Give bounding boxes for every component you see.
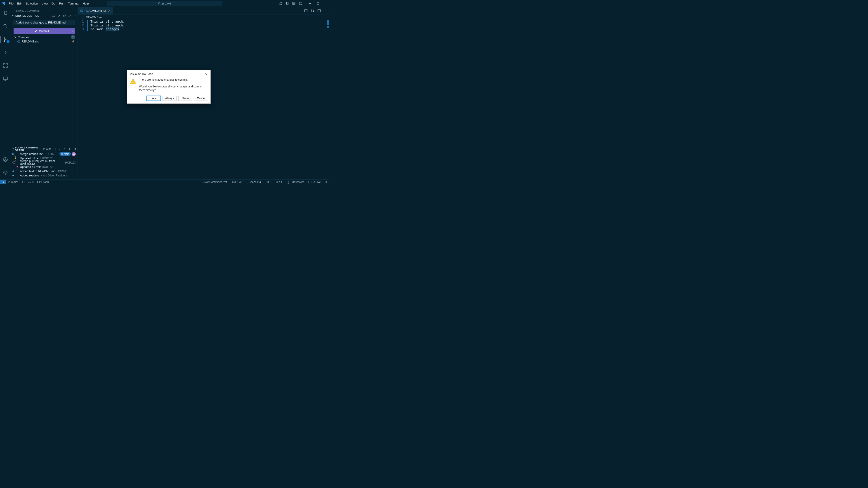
graph-pull-icon[interactable]: [58, 148, 61, 151]
graph-push-icon[interactable]: [63, 148, 66, 151]
activity-search[interactable]: [0, 22, 11, 31]
status-blame[interactable]: Not Committed Yet: [199, 181, 229, 184]
commit-dropdown[interactable]: [70, 28, 75, 34]
graph-refresh-icon[interactable]: [73, 148, 76, 151]
sidebar-title-label: SOURCE CONTROL: [16, 9, 39, 12]
svg-rect-6: [286, 2, 287, 4]
commit-msg: Merge pull request #2 from HOR163/b1...: [20, 159, 64, 166]
diff-swap-icon[interactable]: [311, 9, 314, 12]
layout-grid-icon[interactable]: [279, 2, 282, 5]
status-notifications[interactable]: [322, 181, 329, 184]
scm-graph-section: SOURCE CONTROL GRAPH Auto: [11, 147, 78, 180]
branch-icon: [43, 148, 46, 150]
activity-extensions[interactable]: [0, 61, 11, 70]
command-center[interactable]: projekt: [107, 1, 222, 6]
dialog-cancel-button[interactable]: Cancel: [194, 96, 208, 101]
changed-file-row[interactable]: README.md M: [11, 39, 78, 43]
open-changes-icon[interactable]: [304, 9, 308, 12]
tab-readme[interactable]: README.md M: [78, 7, 113, 14]
close-window-icon[interactable]: [325, 2, 327, 5]
scm-check-icon[interactable]: [57, 14, 61, 18]
code-lines: This is b1 branch. This is b2 branch. Do…: [90, 20, 329, 31]
remote-pill[interactable]: [72, 152, 76, 156]
svg-point-0: [158, 2, 160, 4]
toggle-panel-icon[interactable]: [292, 2, 296, 5]
commit-author: HOR163: [44, 153, 55, 156]
graph-target-icon[interactable]: [53, 148, 56, 151]
graph-row[interactable]: Merge pull request #2 from HOR163/b1... …: [11, 160, 78, 165]
graph-auto-badge[interactable]: Auto: [43, 148, 51, 150]
graph-row[interactable]: Added readme Hans Oliver Raudvere: [11, 173, 78, 177]
activity-explorer[interactable]: [0, 8, 11, 18]
commit-message-input[interactable]: [13, 20, 75, 25]
tab-close-icon[interactable]: [108, 9, 111, 12]
breadcrumb[interactable]: README.md: [78, 15, 329, 20]
scm-refresh-icon[interactable]: [63, 14, 66, 18]
branch-pill-main[interactable]: main: [59, 152, 71, 156]
svg-rect-19: [3, 66, 5, 68]
toggle-secondary-sidebar-icon[interactable]: [299, 2, 302, 5]
graph-row[interactable]: Merge branch 'b2' HOR163 main: [11, 152, 78, 156]
graph-auto-label: Auto: [46, 148, 51, 150]
chevron-down-icon: [12, 14, 14, 17]
menu-help[interactable]: Help: [81, 1, 90, 6]
chevron-down-icon: [12, 148, 14, 150]
toggle-primary-sidebar-icon[interactable]: [285, 2, 289, 5]
dialog-never-button[interactable]: Never: [178, 96, 192, 101]
graph-row[interactable]: Added text to README.md HOR163: [11, 169, 78, 173]
status-remote[interactable]: [0, 180, 6, 184]
code-line: This is b1 branch.: [90, 20, 329, 24]
scm-graph-header[interactable]: SOURCE CONTROL GRAPH Auto: [11, 147, 78, 151]
activity-settings[interactable]: [0, 168, 11, 177]
activity-accounts[interactable]: [0, 155, 11, 164]
svg-rect-12: [301, 2, 302, 4]
scm-section-header[interactable]: SOURCE CONTROL ⋯: [11, 13, 78, 18]
graph-lane: [11, 173, 20, 177]
menu-run[interactable]: Run: [57, 1, 66, 6]
dialog-close-icon[interactable]: ✕: [205, 72, 208, 76]
warning-icon: [28, 181, 31, 184]
status-golive[interactable]: Go Live: [306, 181, 322, 184]
menu-selection[interactable]: Selection: [24, 1, 39, 6]
modal-dialog: Visual Studio Code ✕ There are no staged…: [127, 70, 211, 104]
menu-terminal[interactable]: Terminal: [66, 1, 81, 6]
status-position[interactable]: Ln 3, Col 16: [229, 181, 247, 184]
warning-icon: [130, 78, 136, 84]
minimize-icon[interactable]: [309, 2, 311, 5]
scm-view-tree-icon[interactable]: [52, 14, 55, 18]
scm-more-icon[interactable]: ⋯: [74, 14, 76, 18]
svg-point-57: [8, 181, 8, 182]
menu-go[interactable]: Go: [50, 1, 57, 6]
status-eol[interactable]: CRLF: [274, 181, 285, 184]
status-spaces[interactable]: Spaces: 4: [247, 181, 263, 184]
maximize-icon[interactable]: [317, 2, 319, 5]
menu-file[interactable]: File: [7, 1, 15, 6]
status-encoding[interactable]: UTF-8: [263, 181, 274, 184]
svg-rect-2: [281, 2, 281, 3]
dialog-always-button[interactable]: Always: [162, 96, 177, 101]
account-icon: [3, 157, 8, 162]
changed-file-status: M: [72, 40, 75, 43]
status-problems[interactable]: 0 0: [20, 180, 35, 184]
activity-run-debug[interactable]: [0, 48, 11, 57]
scm-branch-action-icon[interactable]: [68, 14, 71, 18]
changes-group[interactable]: Changes 1: [11, 34, 78, 39]
menu-edit[interactable]: Edit: [16, 1, 24, 6]
editor-more-icon[interactable]: ⋯: [324, 9, 327, 12]
status-branch[interactable]: main*: [6, 180, 20, 184]
split-editor-icon[interactable]: [317, 9, 321, 12]
status-language[interactable]: { } Markdown: [285, 181, 306, 184]
sidebar-more-icon[interactable]: ⋯: [71, 9, 74, 12]
svg-point-16: [4, 40, 5, 41]
status-warnings: 0: [32, 181, 33, 184]
graph-fetch-icon[interactable]: [68, 148, 71, 151]
activity-source-control[interactable]: 1: [0, 35, 11, 44]
status-git-graph[interactable]: Git Graph: [35, 180, 51, 184]
activity-remote-explorer[interactable]: [0, 74, 11, 83]
graph-row[interactable]: Updated b1 text HOR163: [11, 165, 78, 169]
dialog-yes-button[interactable]: Yes: [147, 96, 161, 101]
error-icon: [22, 181, 25, 184]
menu-view[interactable]: View: [40, 1, 50, 6]
commit-button[interactable]: Commit: [13, 28, 70, 34]
code-area[interactable]: 1 2 3 This is b1 branch. This is b2 bran…: [78, 20, 329, 31]
